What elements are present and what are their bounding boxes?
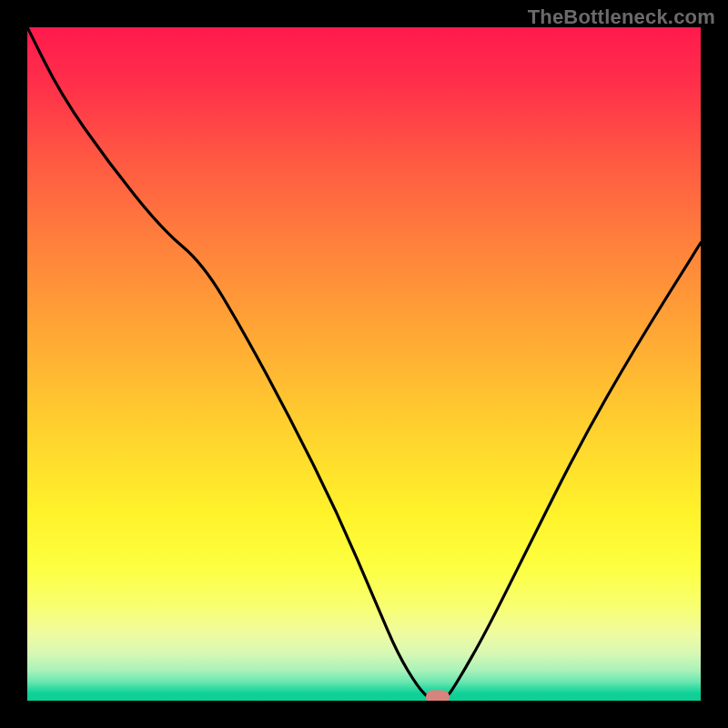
chart-frame: TheBottleneck.com [0,0,728,728]
bottleneck-curve [27,27,701,701]
optimum-marker [426,691,450,702]
curve-path [27,27,701,701]
watermark-text: TheBottleneck.com [528,5,715,29]
plot-area [27,27,701,701]
